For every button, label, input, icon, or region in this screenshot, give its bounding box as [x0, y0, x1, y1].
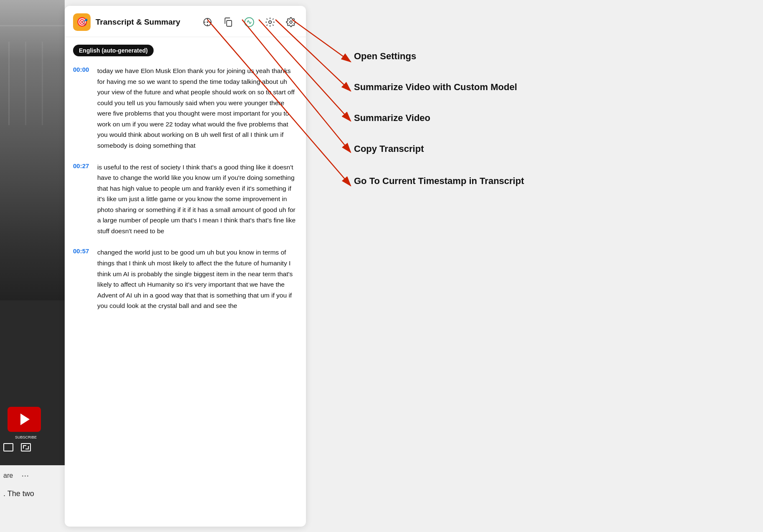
- annotation-summarize: Summarize Video: [354, 113, 430, 124]
- transcript-text-2: changed the world just to be good um uh …: [97, 247, 298, 311]
- more-options-button[interactable]: ···: [21, 470, 29, 481]
- expand-icon[interactable]: [21, 443, 31, 451]
- play-icon: [20, 413, 30, 425]
- copy-transcript-button[interactable]: [222, 15, 235, 29]
- goto-timestamp-button[interactable]: [201, 15, 214, 29]
- transcript-text-1: is useful to the rest of society I think…: [97, 162, 298, 237]
- transcript-text-0: today we have Elon Musk Elon thank you f…: [97, 66, 298, 151]
- svg-point-8: [269, 21, 272, 24]
- timestamp-1[interactable]: 00:27: [73, 162, 91, 169]
- subscribe-label: SUBSCRIBE: [5, 435, 47, 439]
- custom-model-button[interactable]: [263, 15, 277, 29]
- bottom-caption-text: . The two: [3, 489, 61, 498]
- transcript-block-1: 00:27 is useful to the rest of society I…: [73, 162, 298, 237]
- panel-title: Transcript & Summary: [96, 18, 196, 27]
- fullscreen-icon[interactable]: [3, 443, 13, 451]
- settings-button[interactable]: [284, 15, 298, 29]
- subscribe-button[interactable]: [8, 407, 41, 432]
- summarize-button[interactable]: [243, 15, 256, 29]
- timestamp-0[interactable]: 00:00: [73, 66, 91, 73]
- annotation-goto: Go To Current Timestamp in Transcript: [354, 174, 524, 188]
- language-badge: English (auto-generated): [73, 45, 154, 56]
- transcript-block-0: 00:00 today we have Elon Musk Elon thank…: [73, 66, 298, 151]
- app-icon: 🎯: [73, 13, 91, 31]
- annotation-summarize-custom: Summarize Video with Custom Model: [354, 82, 517, 93]
- transcript-block-2: 00:57 changed the world just to be good …: [73, 247, 298, 311]
- video-thumbnail: [0, 0, 65, 300]
- svg-point-1: [207, 22, 208, 23]
- panel-header: 🎯 Transcript & Summary: [65, 6, 306, 37]
- annotation-copy: Copy Transcript: [354, 144, 424, 154]
- share-label: are: [3, 472, 13, 479]
- bottom-share-area: are ··· . The two: [0, 465, 65, 532]
- video-area: SUBSCRIBE are ··· . The two: [0, 0, 65, 532]
- svg-rect-6: [227, 20, 232, 26]
- header-icons: [201, 15, 298, 29]
- annotation-open-settings: Open Settings: [354, 51, 416, 62]
- timestamp-2[interactable]: 00:57: [73, 247, 91, 255]
- transcript-panel: 🎯 Transcript & Summary: [65, 6, 306, 527]
- svg-point-9: [290, 21, 292, 23]
- panel-body: English (auto-generated) 00:00 today we …: [65, 37, 306, 524]
